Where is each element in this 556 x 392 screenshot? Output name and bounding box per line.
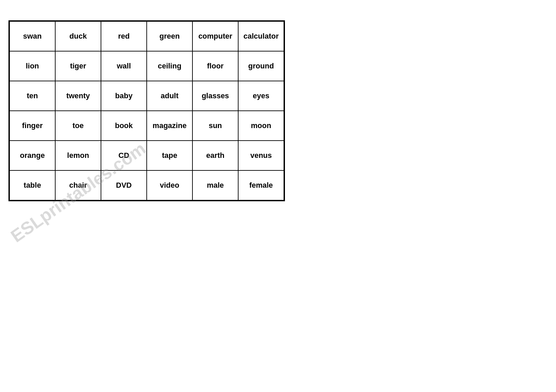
- table-cell: adult: [147, 81, 192, 111]
- table-cell: floor: [192, 51, 238, 81]
- word-table: swanduckredgreencomputercalculatorlionti…: [9, 21, 284, 201]
- table-cell: ten: [9, 81, 55, 111]
- word-table-wrapper: swanduckredgreencomputercalculatorlionti…: [8, 20, 285, 201]
- table-row: tentwentybabyadultglasseseyes: [9, 81, 284, 111]
- table-row: tablechairDVDvideomalefemale: [9, 170, 284, 200]
- table-cell: video: [147, 170, 192, 200]
- table-cell: lion: [9, 51, 55, 81]
- table-cell: table: [9, 170, 55, 200]
- table-cell: book: [101, 111, 147, 141]
- table-cell: venus: [238, 141, 284, 170]
- table-cell: chair: [55, 170, 101, 200]
- table-cell: duck: [55, 21, 101, 51]
- table-cell: earth: [192, 141, 238, 170]
- table-cell: ceiling: [147, 51, 192, 81]
- page-container: swanduckredgreencomputercalculatorlionti…: [0, 0, 556, 392]
- table-row: swanduckredgreencomputercalculator: [9, 21, 284, 51]
- table-cell: finger: [9, 111, 55, 141]
- table-cell: moon: [238, 111, 284, 141]
- table-cell: ground: [238, 51, 284, 81]
- table-cell: baby: [101, 81, 147, 111]
- table-cell: toe: [55, 111, 101, 141]
- table-cell: female: [238, 170, 284, 200]
- table-cell: twenty: [55, 81, 101, 111]
- table-cell: tape: [147, 141, 192, 170]
- table-cell: green: [147, 21, 192, 51]
- table-cell: sun: [192, 111, 238, 141]
- table-cell: eyes: [238, 81, 284, 111]
- table-row: liontigerwallceilingfloorground: [9, 51, 284, 81]
- table-cell: magazine: [147, 111, 192, 141]
- table-row: orangelemonCDtapeearthvenus: [9, 141, 284, 170]
- table-row: fingertoebookmagazinesunmoon: [9, 111, 284, 141]
- table-cell: CD: [101, 141, 147, 170]
- table-cell: tiger: [55, 51, 101, 81]
- table-cell: swan: [9, 21, 55, 51]
- table-cell: male: [192, 170, 238, 200]
- table-cell: red: [101, 21, 147, 51]
- table-cell: computer: [192, 21, 238, 51]
- table-cell: orange: [9, 141, 55, 170]
- table-cell: lemon: [55, 141, 101, 170]
- table-cell: wall: [101, 51, 147, 81]
- table-cell: DVD: [101, 170, 147, 200]
- table-cell: glasses: [192, 81, 238, 111]
- table-cell: calculator: [238, 21, 284, 51]
